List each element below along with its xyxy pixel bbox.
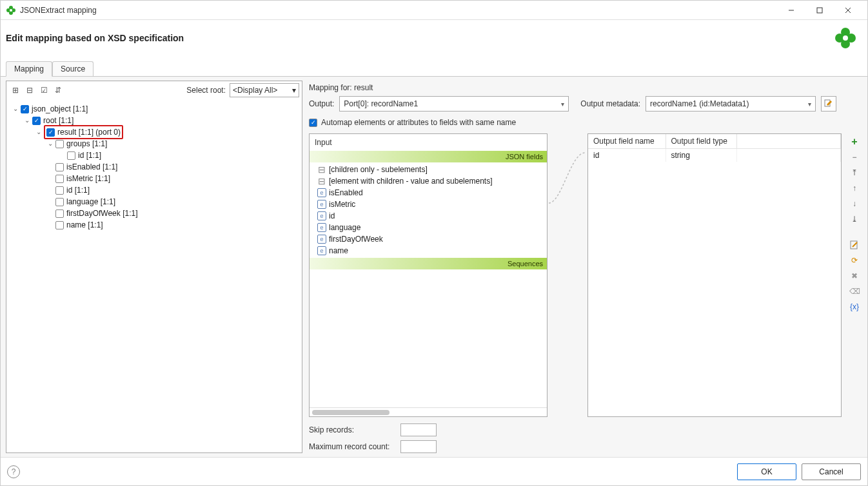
code-icon[interactable]: {x} (849, 301, 860, 313)
collapse-all-icon[interactable]: ⊟ (23, 84, 36, 97)
checkbox[interactable] (55, 175, 64, 183)
automap-checkbox[interactable] (309, 119, 317, 127)
chevron-down-icon[interactable]: ⌄ (46, 138, 54, 150)
tree-node-groups-id[interactable]: id [1:1] (58, 150, 299, 161)
output-col-blank (736, 134, 841, 149)
checkbox[interactable] (55, 140, 64, 148)
app-icon (6, 5, 16, 15)
tree-node-isenabled[interactable]: isEnabled [1:1] (46, 161, 299, 173)
add-button[interactable]: + (849, 136, 860, 148)
checkbox[interactable] (21, 105, 29, 113)
move-top-icon[interactable]: ⤒ (849, 167, 860, 179)
tab-source[interactable]: Source (52, 61, 94, 76)
move-up-icon[interactable]: ↑ (849, 182, 860, 194)
automap-icon[interactable]: ⟳ (849, 255, 860, 266)
input-item-isenabled[interactable]: eisEnabled (312, 187, 544, 199)
input-item-element-with-children[interactable]: ⊟[element with children - value and sube… (312, 175, 544, 187)
svg-rect-6 (817, 8, 822, 13)
help-icon[interactable]: ? (7, 465, 20, 478)
sequences-bar: Sequences (310, 258, 547, 269)
tree-node-firstdayofweek[interactable]: firstDayOfWeek [1:1] (46, 208, 299, 219)
tree-node-name[interactable]: name [1:1] (46, 219, 299, 231)
move-bottom-icon[interactable]: ⤓ (849, 213, 860, 225)
expand-all-icon[interactable]: ⊞ (9, 84, 22, 97)
edit-metadata-button[interactable] (821, 96, 836, 112)
input-item-name[interactable]: ename (312, 245, 544, 257)
output-dropdown[interactable]: Port[0]: recordName1 ▾ (339, 96, 569, 112)
checkbox[interactable] (46, 128, 55, 137)
page-title: Edit mapping based on XSD specification (6, 33, 834, 43)
tree-label: json_object [1:1] (32, 103, 88, 115)
input-item-language[interactable]: elanguage (312, 222, 544, 233)
tree-node-language[interactable]: language [1:1] (46, 196, 299, 208)
checkbox[interactable] (55, 186, 64, 195)
input-label: id (329, 211, 335, 220)
metadata-dropdown[interactable]: recordName1 (id:Metadata1) ▾ (646, 96, 816, 112)
select-root-dropdown[interactable]: <Display All> ▾ (230, 83, 299, 97)
checkbox[interactable] (55, 163, 64, 171)
output-col-name[interactable]: Output field name (588, 134, 666, 149)
chevron-down-icon[interactable]: ⌄ (23, 115, 31, 126)
checkbox[interactable] (55, 209, 64, 218)
tree-node-id[interactable]: id [1:1] (46, 184, 299, 196)
remove-button[interactable]: − (849, 151, 860, 163)
ok-button[interactable]: OK (737, 463, 796, 480)
close-button[interactable] (834, 1, 862, 19)
tab-mapping[interactable]: Mapping (6, 61, 52, 77)
select-root-value: <Display All> (233, 86, 277, 95)
checkbox[interactable] (67, 151, 75, 160)
tree-node-json-object[interactable]: ⌄ json_object [1:1] (12, 103, 299, 115)
checkbox[interactable] (32, 117, 41, 125)
minimize-button[interactable] (777, 1, 805, 19)
maximize-button[interactable] (805, 1, 834, 19)
edit-icon[interactable] (849, 239, 860, 251)
delete-icon[interactable]: ✖ (849, 270, 860, 282)
tree-node-ismetric[interactable]: isMetric [1:1] (46, 173, 299, 184)
side-toolbar: + − ⤒ ↑ ↓ ⤓ ⟳ ✖ ⌫ {x} (847, 133, 862, 417)
output-label: Output: (309, 99, 334, 108)
mapping-panel: Mapping for: result Output: Port[0]: rec… (309, 81, 862, 453)
svg-point-4 (10, 9, 12, 12)
automap-checkbox-row[interactable]: Automap elements or attributes to fields… (309, 118, 862, 127)
hierarchy-icon[interactable]: ⇵ (52, 84, 64, 97)
tree-icon: ⊟ (317, 177, 326, 186)
record-controls: Skip records: Maximum record count: (309, 423, 862, 453)
max-record-input[interactable] (400, 440, 437, 453)
scrollbar-thumb[interactable] (312, 410, 390, 415)
input-label: isEnabled (329, 188, 363, 197)
horizontal-scrollbar[interactable] (310, 407, 547, 416)
cancel-button[interactable]: Cancel (802, 463, 861, 480)
chevron-down-icon[interactable]: ⌄ (12, 103, 19, 115)
chevron-down-icon: ▾ (292, 86, 296, 95)
element-icon: e (317, 211, 326, 220)
max-record-label: Maximum record count: (309, 442, 395, 451)
input-item-id[interactable]: eid (312, 210, 544, 222)
svg-point-12 (835, 34, 844, 43)
tree-label: result [1:1] (port 0) (57, 126, 121, 138)
metadata-label: Output metadata: (580, 99, 640, 108)
input-item-firstdayofweek[interactable]: efirstDayOfWeek (312, 233, 544, 245)
output-row[interactable]: id string (588, 149, 841, 162)
checkbox[interactable] (55, 198, 64, 206)
edit-icon (824, 99, 833, 108)
output-cell-name: id (588, 149, 666, 162)
schema-tree[interactable]: ⌄ json_object [1:1] ⌄ root [1:1] (6, 99, 302, 452)
input-item-ismetric[interactable]: eisMetric (312, 199, 544, 210)
tree-node-result[interactable]: ⌄ result [1:1] (port 0) (35, 126, 299, 138)
input-label: [element with children - value and subel… (329, 177, 492, 186)
window-title: JSONExtract mapping (20, 6, 777, 15)
clear-icon[interactable]: ⌫ (849, 286, 860, 297)
tree-label: language [1:1] (66, 196, 115, 208)
chevron-down-icon[interactable]: ⌄ (35, 126, 43, 138)
tree-label: name [1:1] (66, 219, 103, 231)
skip-records-input[interactable] (400, 423, 437, 436)
check-all-icon[interactable]: ☑ (37, 84, 50, 97)
output-col-type[interactable]: Output field type (666, 134, 736, 149)
tree-node-groups[interactable]: ⌄ groups [1:1] (46, 138, 299, 150)
move-down-icon[interactable]: ↓ (849, 198, 860, 209)
input-item-children-only[interactable]: ⊟[children only - subelements] (312, 164, 544, 175)
checkbox[interactable] (55, 221, 64, 229)
json-fields-bar: JSON fields (310, 151, 547, 162)
tree-label: isEnabled [1:1] (66, 161, 117, 173)
element-icon: e (317, 223, 326, 232)
